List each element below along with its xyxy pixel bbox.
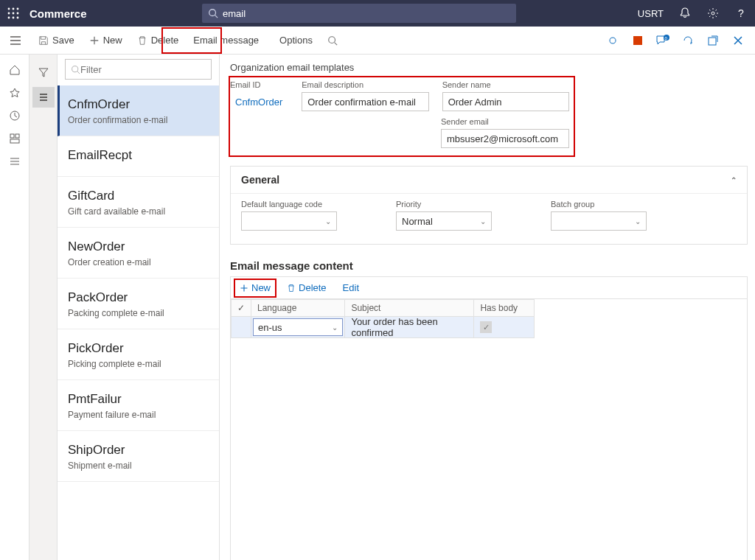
grid-edit-button[interactable]: Edit [338,280,363,295]
list-item-title: PickOrder [68,341,209,356]
office-icon[interactable] [625,27,650,55]
list-filter[interactable] [65,59,212,80]
favorites-icon[interactable] [7,85,22,100]
delete-button[interactable]: Delete [130,27,187,54]
col-hasbody[interactable]: Has body [474,300,535,317]
priority-select[interactable]: Normal⌄ [396,211,492,231]
email-id-value[interactable]: CnfmOrder [230,92,288,111]
hasbody-checkbox[interactable]: ✓ [480,321,492,333]
notifications-icon[interactable] [671,0,699,27]
trash-icon [137,35,147,46]
settings-icon[interactable] [699,0,727,27]
home-icon[interactable] [7,63,22,77]
action-bar: Save New Delete Email message Options 0 [0,27,755,55]
grid-edit-label: Edit [343,282,359,293]
messages-icon[interactable]: 0 [650,27,675,55]
svg-line-24 [77,71,80,73]
workspaces-icon[interactable] [7,131,22,146]
email-desc-label: Email description [302,80,428,89]
sender-email-input[interactable]: mbsuser2@microsoft.com [441,129,569,148]
grid-delete-button[interactable]: Delete [282,280,331,295]
options-button[interactable]: Options [272,27,320,54]
company-code[interactable]: USRT [630,8,671,19]
list-view-icon[interactable] [32,87,55,108]
help-icon[interactable]: ? [727,0,755,27]
svg-point-8 [17,17,19,19]
list-item[interactable]: CnfmOrder Order confirmation e-mail [58,85,219,136]
list-item[interactable]: GiftCard Gift card available e-mail [58,177,219,228]
list-filter-input[interactable] [80,64,206,75]
default-lang-label: Default language code [241,200,337,209]
plus-icon [89,35,100,46]
list-item[interactable]: NewOrder Order creation e-mail [58,228,219,279]
col-language[interactable]: Language [251,300,345,317]
svg-point-11 [711,12,714,15]
chevron-down-icon: ⌄ [480,217,486,225]
actionbar-search-icon[interactable] [320,27,345,54]
chevron-down-icon: ⌄ [635,217,641,225]
svg-point-7 [13,17,15,19]
svg-line-10 [215,15,218,18]
svg-rect-21 [15,134,19,138]
col-subject[interactable]: Subject [345,300,474,317]
svg-rect-20 [10,134,14,138]
list-item-sub: Picking complete e-mail [68,359,209,369]
svg-text:?: ? [738,7,744,19]
list-item-title: GiftCard [68,189,209,203]
save-label: Save [52,35,74,46]
svg-point-4 [13,13,15,15]
subject-cell[interactable]: Your order has been confirmed [345,317,473,337]
content-grid: New Delete Edit ✓ Language Subject Has b… [230,276,748,560]
global-search[interactable] [202,4,516,23]
table-row[interactable]: en-us⌄ Your order has been confirmed ✓ [232,317,535,338]
search-input[interactable] [223,8,510,19]
recent-icon[interactable] [7,108,22,123]
svg-point-2 [17,8,19,10]
modules-icon[interactable] [7,154,22,169]
chevron-down-icon: ⌄ [325,217,331,225]
language-select[interactable]: en-us⌄ [253,318,343,336]
svg-point-13 [329,36,335,43]
email-desc-input[interactable]: Order confirmation e-mail [302,92,428,111]
new-button[interactable]: New [82,27,130,54]
svg-rect-15 [633,36,642,45]
email-id-label: Email ID [230,80,288,89]
search-icon [71,65,80,74]
list-item[interactable]: PackOrder Packing complete e-mail [58,279,219,329]
list-item-sub: Gift card available e-mail [68,206,209,217]
sender-name-input[interactable]: Order Admin [442,92,569,111]
close-icon[interactable] [726,27,751,55]
grid-new-button[interactable]: New [235,280,275,295]
list-item[interactable]: ShipOrder Shipment e-mail [58,431,219,482]
list-item[interactable]: PickOrder Picking complete e-mail [58,329,219,380]
attach-icon[interactable] [600,27,625,55]
list-item-title: EmailRecpt [68,148,209,163]
options-label: Options [279,35,313,46]
filter-icon[interactable] [32,62,55,83]
list-item[interactable]: EmailRecpt [58,136,219,177]
list-item-sub: Shipment e-mail [68,461,209,471]
check-icon[interactable]: ✓ [237,303,245,313]
template-list-panel: CnfmOrder Order confirmation e-mail Emai… [58,55,220,560]
save-button[interactable]: Save [31,27,82,54]
sender-email-label: Sender email [441,117,569,126]
chevron-up-icon[interactable]: ⌃ [731,176,737,184]
grid-delete-label: Delete [299,282,327,293]
batch-select[interactable]: ⌄ [551,211,647,231]
plus-icon [240,284,248,293]
email-message-label: Email message [193,35,259,46]
popout-icon[interactable] [700,27,726,55]
general-title: General [241,174,279,186]
svg-point-9 [209,10,216,16]
app-launcher-icon[interactable] [0,0,27,27]
list-item[interactable]: PmtFailur Payment failure e-mail [58,380,219,431]
email-message-button[interactable]: Email message [186,27,266,54]
grid-new-label: New [251,282,271,293]
content-section-title: Email message content [230,259,748,272]
default-lang-select[interactable]: ⌄ [241,211,337,231]
general-panel: General ⌃ Default language code ⌄ Priori… [230,166,748,245]
refresh-icon[interactable] [675,27,700,55]
batch-label: Batch group [551,200,647,209]
svg-rect-22 [10,139,19,143]
chevron-down-icon: ⌄ [332,323,338,332]
